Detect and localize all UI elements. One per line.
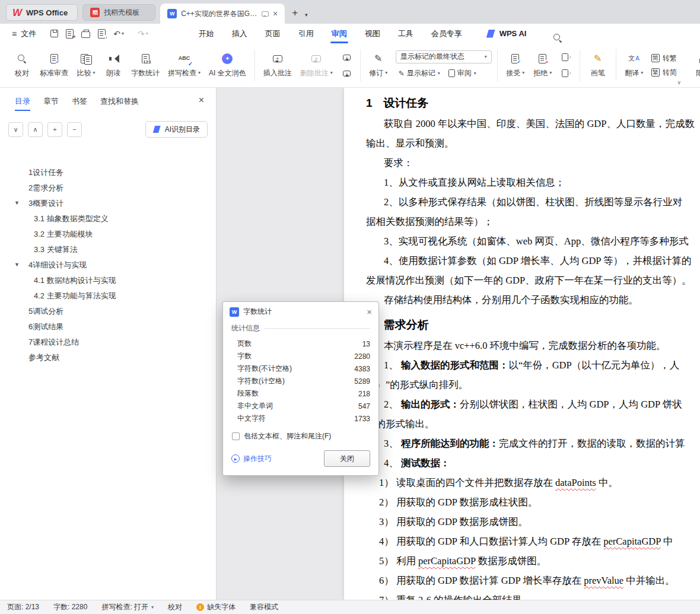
previous-comment-button[interactable]: ‹ — [339, 51, 355, 64]
accept-change-button[interactable]: ✓ 接受▾ — [503, 50, 528, 81]
track-changes-button[interactable]: ✎ 修订▾ — [366, 50, 391, 81]
collapse-all-button[interactable]: ∨ — [8, 122, 23, 137]
file-menu-button[interactable]: ≡ 文件 — [8, 28, 40, 39]
toc-item[interactable]: 5调试分析 — [0, 304, 216, 319]
tab-list-chevron-icon[interactable]: ▾ — [305, 12, 308, 18]
missing-font-warning[interactable]: ! 缺失字体 — [196, 602, 236, 612]
close-dialog-icon[interactable]: × — [367, 307, 372, 316]
toc-item[interactable]: ▼ 3概要设计 — [0, 196, 216, 211]
ai-polish-button[interactable]: ✦ AI 全文润色 — [206, 50, 249, 81]
ai-recognize-toc-button[interactable]: AI识别目录 — [145, 121, 208, 138]
menu-item[interactable]: 页面 — [256, 24, 289, 43]
word-count-indicator[interactable]: 字数: 2280 — [53, 602, 87, 612]
to-simplified-button[interactable]: 繁 转简 — [651, 66, 677, 79]
spell-check-indicator[interactable]: 拼写检查: 打开 ▾ — [101, 602, 154, 612]
proofread-button[interactable]: 校对 — [9, 50, 34, 81]
toc-item[interactable]: 3.2 主要功能模块 — [0, 227, 216, 242]
toc-item[interactable]: 参考文献 — [0, 350, 216, 365]
redo-icon[interactable]: ↷ — [138, 30, 145, 38]
zoom-in-button[interactable]: + — [47, 122, 62, 137]
toc-item[interactable]: 2需求分析 — [0, 180, 216, 196]
doc-comment-icon[interactable] — [262, 11, 269, 17]
toc-item[interactable]: 4.2 主要功能与算法实现 — [0, 288, 216, 304]
to-traditional-label: 转繁 — [663, 53, 677, 63]
compare-button[interactable]: 比较▾ — [74, 50, 98, 81]
toc-item[interactable]: 3.1 抽象数据类型定义 — [0, 211, 216, 227]
ink-pen-button[interactable]: ✎ 画笔 — [586, 50, 610, 81]
to-traditional-button[interactable]: 简 转繁 — [651, 52, 677, 65]
restrict-label: 限制 — [696, 68, 700, 78]
preview-badge: ↓ — [105, 35, 107, 40]
proofread-status[interactable]: 校对 — [168, 602, 182, 612]
zoom-out-button[interactable]: − — [67, 122, 82, 137]
collapse-arrow-icon[interactable]: ▼ — [14, 262, 20, 268]
expand-all-button[interactable]: ∧ — [28, 122, 43, 137]
reject-change-button[interactable]: × 拒绝▾ — [530, 50, 555, 81]
print-icon[interactable] — [81, 31, 90, 38]
spell-check-button[interactable]: ABC✓ 拼写检查▾ — [165, 50, 203, 81]
include-footnotes-checkbox[interactable] — [232, 432, 240, 440]
prev-comment-icon: ‹ — [343, 55, 351, 61]
close-document-tab-icon[interactable]: × — [273, 9, 278, 18]
sidebar-tab[interactable]: 章节 — [37, 88, 65, 115]
sidebar-tab[interactable]: 书签 — [65, 88, 94, 115]
word-count-titlebar[interactable]: W 字数统计 × — [223, 302, 378, 322]
menu-item[interactable]: 引用 — [289, 24, 323, 43]
undo-dropdown-icon[interactable]: ▾ — [122, 31, 124, 36]
sidebar-tab[interactable]: 查找和替换 — [94, 88, 145, 115]
sidebar-tab[interactable]: 目录 — [8, 88, 37, 115]
print-preview-icon[interactable]: ↓ — [98, 29, 106, 39]
window-tab-bar: W WPS Office 稻 找稻壳模板 W C++实现的世界各国GDP和人..… — [0, 0, 700, 24]
markup-state-dropdown[interactable]: 显示标记的最终状态 ▾ — [396, 50, 492, 63]
ribbon-collapse-icon[interactable]: ∨ — [677, 79, 681, 85]
next-comment-button[interactable]: › — [339, 67, 355, 80]
compatibility-mode-indicator[interactable]: 兼容模式 — [250, 602, 278, 612]
translate-button[interactable]: 文A 翻译▾ — [622, 50, 647, 81]
toc-item[interactable]: 4.1 数据结构设计与实现 — [0, 273, 216, 288]
close-sidebar-icon[interactable]: × — [199, 96, 204, 105]
show-markup-label: 显示标记 — [407, 68, 435, 78]
redo-dropdown-icon[interactable]: ▾ — [146, 31, 148, 36]
spell-check-label: 拼写检查 — [168, 68, 196, 78]
collapse-arrow-icon[interactable]: ▼ — [14, 201, 20, 206]
menu-item[interactable]: 会员专享 — [422, 24, 471, 43]
toc-item[interactable]: 1设计任务 — [0, 165, 216, 180]
menu-item[interactable]: 视图 — [356, 24, 389, 43]
changes-group: ✓ 接受▾ × 拒绝▾ ‹ › — [503, 50, 574, 81]
show-markup-button[interactable]: ✎ 显示标记 ▾ — [396, 66, 443, 81]
document-page[interactable]: 1 设计任务获取自 2000 年以来中国、印度、美国、法国的 GDP、人口数量，… — [344, 88, 700, 600]
next-change-button[interactable]: › — [559, 67, 574, 80]
new-tab-button[interactable]: + — [289, 7, 300, 19]
save-icon[interactable] — [50, 30, 58, 37]
document-tab[interactable]: W C++实现的世界各国GDP和人... × — [160, 4, 285, 24]
menu-item[interactable]: 插入 — [223, 24, 256, 43]
document-tab-title: C++实现的世界各国GDP和人... — [181, 9, 257, 19]
restrict-edit-button[interactable]: 限制 — [691, 50, 700, 81]
menu-item[interactable]: 工具 — [389, 24, 422, 43]
toc-item[interactable]: 3.3 关键算法 — [0, 242, 216, 257]
undo-icon[interactable]: ↶ — [113, 30, 120, 38]
stat-label: 段落数 — [237, 389, 259, 399]
tips-link[interactable]: ▶ 操作技巧 — [231, 454, 272, 464]
close-button[interactable]: 关闭 — [324, 450, 370, 467]
text-run-misspelled: perCapitaGDP — [603, 536, 661, 547]
review-pane-label: 审阅 — [457, 68, 472, 78]
delete-comment-button[interactable]: × 删除批注▾ — [297, 50, 336, 81]
menu-item[interactable]: 审阅 — [323, 24, 356, 43]
toc-item[interactable]: ▼ 4详细设计与实现 — [0, 257, 216, 273]
wps-office-menu-button[interactable]: W WPS Office — [6, 4, 78, 21]
toc-item[interactable]: 6测试结果 — [0, 319, 216, 335]
page-indicator[interactable]: 页面: 2/13 — [7, 602, 39, 612]
standard-review-button[interactable]: ✓ 标准审查 — [37, 50, 71, 81]
previous-change-button[interactable]: ‹ — [559, 51, 574, 64]
toc-item[interactable]: 7课程设计总结 — [0, 335, 216, 350]
word-count-button[interactable]: 123 字数统计 — [128, 50, 163, 81]
wps-ai-button[interactable]: WPS AI — [479, 29, 534, 38]
read-aloud-button[interactable]: 朗读 — [101, 50, 126, 81]
menu-item[interactable]: 开始 — [190, 24, 223, 43]
docer-template-tab[interactable]: 稻 找稻壳模板 — [82, 4, 155, 21]
review-pane-button[interactable]: 审阅 ▾ — [446, 66, 479, 81]
document-line: 4、 测试数据： — [366, 453, 700, 473]
export-pdf-icon[interactable]: P — [66, 29, 74, 39]
insert-comment-button[interactable]: + 插入批注 — [260, 50, 295, 81]
